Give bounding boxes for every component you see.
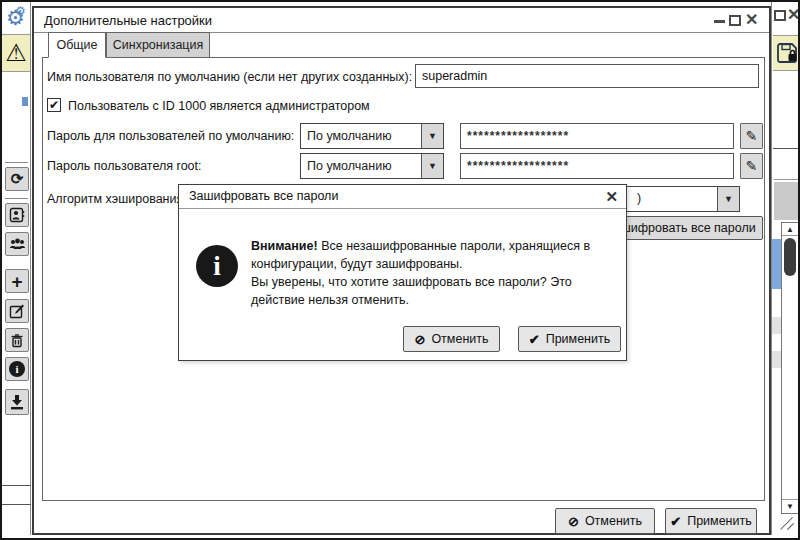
- edit-root-password-button[interactable]: ✎: [740, 153, 763, 179]
- background-row-sliver: [772, 317, 781, 334]
- screen: ⚙⚙ ⚠ ⟳ +: [0, 0, 800, 540]
- default-username-label: Имя пользователя по умолчанию (если нет …: [47, 70, 412, 84]
- scroll-up-icon[interactable]: ▲: [782, 223, 798, 236]
- scrollbar-thumb[interactable]: [784, 238, 796, 276]
- admin-id1000-label: Пользователь с ID 1000 является админист…: [68, 99, 370, 113]
- button-label: Применить: [687, 514, 752, 528]
- dialog-titlebar[interactable]: Дополнительные настройки ✕: [34, 8, 769, 33]
- checkmark-icon: ✔: [49, 98, 59, 112]
- maximize-button[interactable]: [729, 15, 741, 26]
- root-password-input[interactable]: ******************: [460, 153, 734, 179]
- modal-cancel-button[interactable]: ⊘ Отменить: [403, 326, 500, 352]
- import-icon: [9, 394, 25, 410]
- scroll-down-icon[interactable]: ▼: [782, 499, 798, 513]
- edit-default-password-button[interactable]: ✎: [740, 123, 763, 149]
- dialog-title: Дополнительные настройки: [44, 13, 212, 28]
- modal-titlebar[interactable]: Зашифровать все пароли ✕: [179, 185, 626, 209]
- minimize-button[interactable]: [714, 20, 725, 23]
- dialog-apply-button[interactable]: ✔ Применить: [665, 508, 757, 534]
- cancel-icon: ⊘: [414, 333, 425, 346]
- info-icon: i: [196, 245, 238, 287]
- cancel-icon: ⊘: [568, 515, 579, 528]
- check-icon: ✔: [670, 515, 681, 528]
- default-username-input[interactable]: superadmin: [415, 64, 759, 88]
- background-left-border: [30, 2, 31, 535]
- background-table-header-sliver: [774, 182, 799, 220]
- add-icon: +: [11, 272, 22, 291]
- warning-toolbar-button[interactable]: ⚠: [2, 34, 30, 72]
- admin-id1000-checkbox[interactable]: ✔: [47, 98, 61, 112]
- chevron-down-icon[interactable]: ▼: [717, 187, 739, 211]
- hash-algorithm-label: Алгоритм хэширования: [47, 192, 183, 206]
- default-username-value: superadmin: [422, 69, 487, 83]
- modal-close-button[interactable]: ✕: [605, 188, 618, 206]
- modal-title: Зашифровать все пароли: [189, 189, 338, 203]
- sidebar-separator: [5, 162, 28, 163]
- background-maximize-button[interactable]: [774, 10, 786, 21]
- encrypt-passwords-modal: Зашифровать все пароли ✕ i Внимание! Все…: [178, 184, 627, 361]
- resize-grip[interactable]: [787, 523, 794, 530]
- trash-icon: [9, 332, 25, 348]
- hidden-blue-icon-sliver: [22, 97, 28, 106]
- sidebar-separator: [5, 198, 28, 199]
- background-footer-border: [2, 504, 31, 505]
- chevron-down-icon[interactable]: ▼: [421, 154, 443, 178]
- background-panel-top: [773, 148, 800, 149]
- masked-password: ******************: [467, 159, 569, 173]
- background-footer-border: [2, 485, 31, 486]
- refresh-icon: ⟳: [11, 170, 24, 188]
- default-password-mode-select[interactable]: По умолчанию ▼: [300, 123, 444, 149]
- tab-general[interactable]: Общие: [48, 32, 106, 58]
- info-icon: i: [9, 361, 25, 377]
- background-table-cell: [774, 150, 799, 180]
- default-password-input[interactable]: ******************: [460, 123, 734, 149]
- background-scrollbar[interactable]: ▲ ▼: [781, 222, 799, 514]
- small-gear-icon: ⚙: [15, 5, 26, 17]
- delete-button[interactable]: [5, 328, 29, 352]
- dialog-cancel-button[interactable]: ⊘ Отменить: [555, 508, 655, 534]
- select-value: По умолчанию: [301, 124, 421, 148]
- masked-password: ******************: [467, 129, 569, 143]
- save-button[interactable]: [773, 35, 800, 71]
- pencil-icon: ✎: [746, 158, 758, 174]
- button-label: Применить: [546, 332, 611, 346]
- pencil-icon: ✎: [746, 128, 758, 144]
- import-button[interactable]: [5, 389, 29, 415]
- settings-gears-button[interactable]: ⚙⚙: [4, 4, 30, 30]
- button-label: Зашифровать все пароли: [606, 221, 755, 235]
- chevron-down-icon[interactable]: ▼: [421, 124, 443, 148]
- root-password-label: Пароль пользователя root:: [47, 159, 202, 173]
- warning-bold-text: Внимание!: [251, 239, 318, 253]
- refresh-button[interactable]: ⟳: [5, 167, 29, 191]
- modal-message: Внимание! Все незашифрованные пароли, хр…: [251, 237, 617, 309]
- user-group-icon: [9, 236, 26, 252]
- tab-label: Синхронизация: [113, 38, 204, 52]
- background-close-button[interactable]: ✕: [787, 7, 800, 23]
- select-value: ): [631, 191, 647, 205]
- user-group-button[interactable]: [5, 232, 29, 256]
- tab-label: Общие: [56, 38, 97, 52]
- select-value: По умолчанию: [301, 154, 421, 178]
- modal-question-text: Вы уверены, что хотите зашифровать все п…: [251, 273, 617, 309]
- user-card-button[interactable]: [5, 203, 29, 227]
- modal-apply-button[interactable]: ✔ Применить: [518, 326, 621, 352]
- tab-synchronization[interactable]: Синхронизация: [106, 32, 210, 58]
- default-password-label: Пароль для пользователей по умолчанию:: [47, 129, 294, 143]
- add-button[interactable]: +: [5, 269, 29, 293]
- background-selected-row-sliver: [772, 239, 781, 289]
- gears-icon: ⚙⚙: [6, 7, 25, 28]
- button-label: Отменить: [431, 332, 488, 346]
- edit-icon: [9, 303, 25, 319]
- modal-warning-paragraph: Внимание! Все незашифрованные пароли, хр…: [251, 237, 617, 273]
- close-button[interactable]: ✕: [745, 12, 758, 28]
- check-icon: ✔: [529, 333, 540, 346]
- warning-icon: ⚠: [5, 41, 27, 65]
- button-label: Отменить: [585, 514, 642, 528]
- root-password-mode-select[interactable]: По умолчанию ▼: [300, 153, 444, 179]
- save-lock-icon: [776, 42, 798, 64]
- background-row-sliver: [772, 351, 781, 368]
- contact-card-icon: [9, 207, 25, 223]
- info-button[interactable]: i: [5, 357, 29, 381]
- edit-button[interactable]: [5, 299, 29, 323]
